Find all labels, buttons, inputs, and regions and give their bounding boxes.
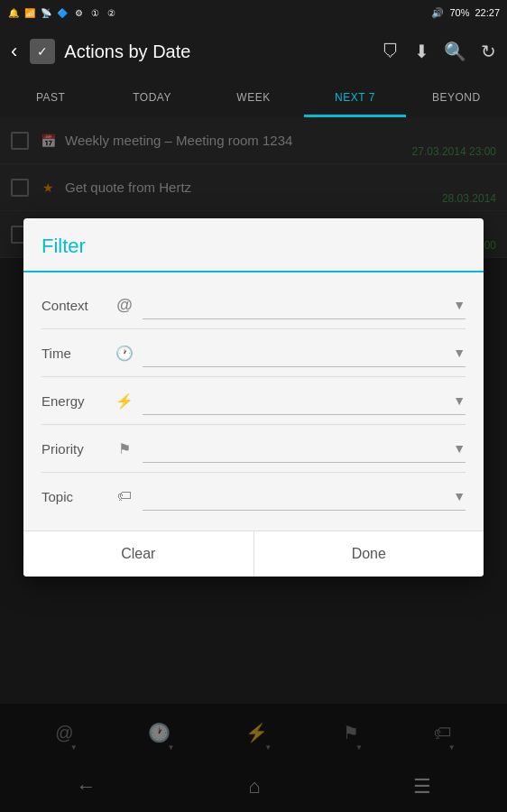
status-icons-right: 🔊 70% 22:27 [431, 7, 500, 19]
back-button[interactable]: ‹ [11, 40, 17, 63]
clear-button[interactable]: Clear [23, 531, 254, 577]
dialog-buttons: Clear Done [23, 531, 484, 577]
bt-icon: 🔷 [56, 6, 69, 19]
chevron-down-icon-2: ▼ [453, 346, 466, 360]
search-icon[interactable]: 🔍 [444, 41, 466, 62]
download-icon[interactable]: ⬇ [414, 41, 429, 62]
filter-label-priority: Priority [41, 441, 114, 457]
usb-icon: ⚙ [72, 6, 85, 19]
priority-icon: ⚑ [114, 438, 135, 459]
battery-level: 70% [449, 7, 469, 18]
volume-icon: 🔊 [431, 7, 444, 19]
sim-icon: 📶 [23, 6, 36, 19]
status-icons-left: 🔔 📶 📡 🔷 ⚙ ① ② [7, 6, 117, 19]
priority-dropdown[interactable] [143, 434, 466, 463]
wifi-icon: 📡 [40, 6, 52, 19]
toolbar: ‹ ✓ Actions by Date ⛉ ⬇ 🔍 ↻ [0, 25, 507, 78]
chevron-down-icon-4: ▼ [453, 441, 466, 456]
toolbar-actions: ⛉ ⬇ 🔍 ↻ [382, 41, 496, 62]
dialog-body: Context @ ▼ Time 🕐 ▼ Energy ⚡ ▼ [23, 272, 484, 523]
refresh-icon[interactable]: ↻ [481, 41, 496, 62]
filter-icon[interactable]: ⛉ [382, 42, 400, 62]
dialog-header: Filter [23, 218, 484, 272]
topic-dropdown[interactable] [143, 482, 466, 511]
topic-icon: 🏷 [114, 485, 135, 507]
time-icon: 🕐 [114, 342, 135, 364]
energy-dropdown[interactable] [143, 386, 466, 415]
filter-label-context: Context [41, 298, 114, 313]
app-icon2: ② [105, 6, 117, 19]
tabs-bar: PAST TODAY WEEK NEXT 7 BEYOND [0, 78, 507, 117]
time-dropdown[interactable] [143, 338, 466, 367]
tab-beyond[interactable]: BEYOND [406, 79, 507, 117]
dialog-title: Filter [41, 235, 86, 257]
tab-past[interactable]: PAST [0, 79, 101, 117]
logo-icon: ✓ [37, 44, 48, 59]
app-icon1: ① [88, 6, 101, 19]
filter-row-context: Context @ ▼ [41, 281, 466, 329]
tab-next7[interactable]: NEXT 7 [304, 79, 405, 117]
filter-label-energy: Energy [41, 393, 114, 409]
context-dropdown[interactable] [143, 291, 466, 319]
energy-icon: ⚡ [114, 390, 135, 411]
page-title: Actions by Date [64, 42, 373, 62]
status-bar: 🔔 📶 📡 🔷 ⚙ ① ② 🔊 70% 22:27 [0, 0, 507, 25]
clock: 22:27 [475, 7, 500, 18]
done-button[interactable]: Done [254, 531, 484, 577]
tab-week[interactable]: WEEK [203, 79, 304, 117]
filter-label-topic: Topic [41, 489, 114, 504]
filter-label-time: Time [41, 346, 114, 361]
filter-row-energy: Energy ⚡ ▼ [41, 377, 466, 425]
context-icon: @ [114, 294, 135, 316]
tab-today[interactable]: TODAY [101, 79, 202, 117]
notification-icon: 🔔 [7, 6, 20, 19]
app-logo: ✓ [30, 39, 55, 64]
chevron-down-icon-3: ▼ [453, 393, 466, 408]
filter-row-priority: Priority ⚑ ▼ [41, 425, 466, 473]
filter-dialog: Filter Context @ ▼ Time 🕐 ▼ Energy ⚡ [23, 218, 484, 577]
chevron-down-icon: ▼ [453, 298, 466, 312]
filter-row-topic: Topic 🏷 ▼ [41, 473, 466, 520]
chevron-down-icon-5: ▼ [453, 489, 466, 503]
filter-row-time: Time 🕐 ▼ [41, 329, 466, 377]
